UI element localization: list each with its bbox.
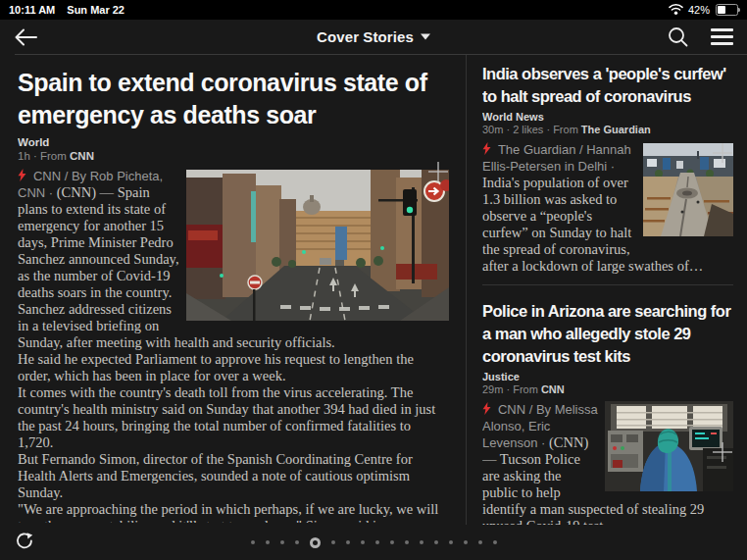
status-date: Sun Mar 22 (67, 4, 124, 16)
plus-icon (427, 161, 449, 182)
right-column: India observes a 'people's curfew' to ha… (482, 63, 733, 525)
main-article-meta-line: 1h · From CNN (18, 149, 449, 163)
main-article-card: Spain to extend coronavirus state of eme… (18, 67, 449, 523)
status-bar-right: 42% (669, 4, 738, 17)
page-dot (405, 540, 409, 544)
india-article-meta: World News 30m · 2 likes · From The Guar… (482, 111, 733, 136)
page-dot (346, 540, 350, 544)
india-article-section[interactable]: World News (482, 111, 733, 124)
search-icon[interactable] (668, 26, 688, 47)
wifi-icon (669, 4, 683, 17)
india-article-meta-line: 30m · 2 likes · From The Guardian (482, 124, 733, 136)
main-article-headline[interactable]: Spain to extend coronavirus state of eme… (18, 67, 449, 131)
flash-icon (18, 169, 30, 184)
page-dot-active (310, 537, 321, 548)
battery-icon (716, 4, 738, 16)
arizona-article-meta-line: 29m · From CNN (482, 383, 733, 396)
add-to-magazine-button[interactable] (712, 142, 733, 164)
arizona-article-headline[interactable]: Police in Arizona are searching for a ma… (482, 300, 731, 368)
page-dot (390, 540, 394, 544)
add-to-magazine-button[interactable] (427, 161, 449, 182)
page-dot (449, 540, 453, 544)
page-dot (478, 540, 482, 544)
main-article-body[interactable]: CNN / By Rob Picheta, CNN · (CNN) — Spai… (18, 168, 449, 523)
status-time: 10:11 AM (9, 4, 55, 16)
section-title-dropdown[interactable]: Cover Stories (0, 20, 747, 54)
add-to-magazine-button[interactable] (712, 441, 733, 463)
page-title: Cover Stories (317, 28, 414, 45)
india-article-time: 30m · 2 likes · From (482, 124, 581, 135)
flash-icon (482, 142, 495, 158)
page-dot (434, 540, 438, 544)
page-dot (420, 540, 423, 544)
article-card-arizona: Police in Arizona are searching for a ma… (482, 300, 733, 525)
arizona-article-time: 29m · From (482, 383, 541, 395)
main-article-section[interactable]: World (18, 135, 449, 149)
page-dot (331, 540, 335, 544)
page-dots (0, 525, 747, 560)
india-article-excerpt-source: The Guardian / Hannah Ellis-Petersen in … (482, 142, 631, 174)
page-dot (493, 540, 497, 544)
status-bar: 10:11 AM Sun Mar 22 42% (0, 0, 747, 20)
main-article-source[interactable]: CNN (70, 150, 94, 162)
plus-icon (712, 142, 733, 164)
battery-percent-label: 42% (688, 4, 710, 16)
arizona-article-meta: Justice 29m · From CNN (482, 371, 733, 396)
arizona-article-body[interactable]: CNN / By Melissa Alonso, Eric Levenson ·… (482, 401, 733, 525)
india-article-source[interactable]: The Guardian (581, 124, 651, 135)
page-dot (266, 540, 270, 544)
flash-icon (482, 402, 495, 418)
header-actions (668, 26, 733, 47)
india-article-headline[interactable]: India observes a 'people's curfew' to ha… (482, 63, 731, 108)
main-article-meta: World 1h · From CNN (18, 135, 449, 163)
header-divider (15, 54, 747, 55)
arizona-article-source[interactable]: CNN (541, 383, 565, 395)
page-dot (295, 540, 299, 544)
chevron-down-icon (421, 33, 430, 40)
page-dot (375, 540, 379, 544)
page-dot (251, 540, 255, 544)
news-app-page: { "status_bar": { "time": "10:11 AM", "d… (0, 0, 747, 560)
footer-bar (0, 525, 747, 560)
plus-icon (712, 441, 733, 463)
india-article-body[interactable]: The Guardian / Hannah Ellis-Petersen in … (482, 141, 733, 275)
main-article-time: 1h · From (18, 150, 70, 162)
page-dot (361, 540, 365, 544)
arizona-article-section[interactable]: Justice (482, 371, 733, 383)
column-divider (466, 55, 467, 525)
main-article-image[interactable] (186, 170, 449, 321)
status-bar-left: 10:11 AM Sun Mar 22 (9, 4, 124, 16)
page-dot (280, 540, 284, 544)
menu-icon[interactable] (711, 26, 733, 47)
page-dot (464, 540, 468, 544)
header: Cover Stories (0, 20, 747, 54)
article-card-india: India observes a 'people's curfew' to ha… (482, 63, 733, 280)
article-divider (482, 284, 733, 285)
